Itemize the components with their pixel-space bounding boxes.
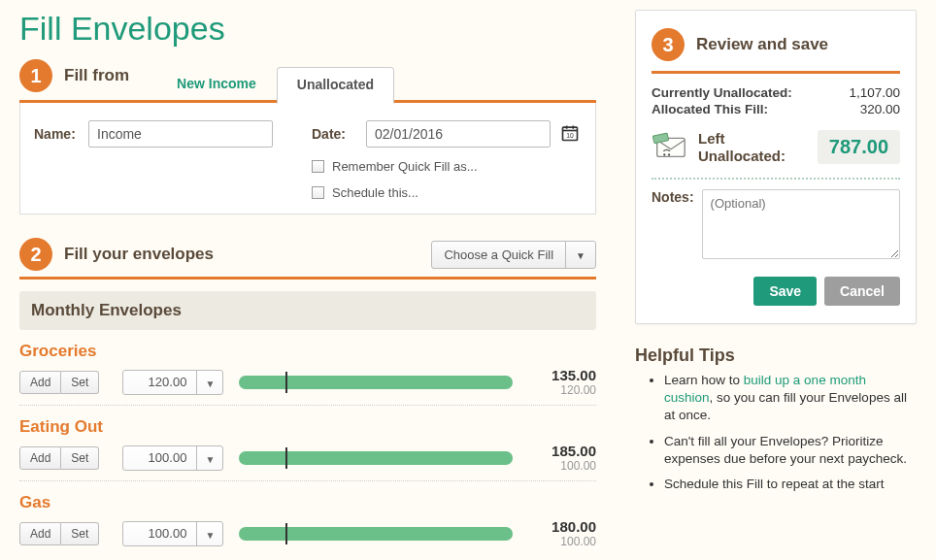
chevron-down-icon: ▼	[205, 379, 215, 389]
envelope-name: Eating Out	[19, 417, 596, 437]
allocated-this-fill-label: Allocated This Fill:	[652, 102, 768, 116]
step3-title: Review and save	[696, 35, 828, 54]
set-button[interactable]: Set	[61, 371, 99, 394]
calendar-icon[interactable]: 10	[560, 123, 580, 146]
svg-point-5	[668, 153, 670, 155]
step2-number-badge: 2	[19, 238, 52, 271]
envelope-amount-input[interactable]: 100.00	[123, 446, 196, 470]
currently-unallocated-label: Currently Unallocated:	[652, 85, 792, 100]
step2-title: Fill your envelopes	[64, 245, 214, 264]
set-button[interactable]: Set	[61, 522, 99, 545]
notes-input[interactable]	[702, 189, 900, 259]
currently-unallocated-value: 1,107.00	[849, 85, 900, 100]
remember-checkbox[interactable]	[312, 160, 324, 173]
envelope-target: 100.00	[528, 459, 596, 473]
quick-fill-label[interactable]: Choose a Quick Fill	[432, 242, 566, 268]
schedule-checkbox[interactable]	[312, 186, 324, 199]
envelope-amount-dropdown[interactable]: ▼	[196, 371, 222, 394]
tip-item: Schedule this Fill to repeat at the star…	[664, 476, 917, 493]
page-title: Fill Envelopes	[19, 10, 596, 48]
choose-quick-fill-button[interactable]: Choose a Quick Fill ▼	[431, 241, 596, 269]
step1-number-badge: 1	[19, 59, 52, 92]
quick-fill-dropdown[interactable]: ▼	[566, 242, 595, 268]
svg-point-4	[663, 153, 665, 155]
left-unallocated-label-2: Unallocated:	[698, 148, 786, 164]
save-button[interactable]: Save	[753, 277, 817, 306]
tip-item: Learn how to build up a one month cushio…	[664, 372, 917, 425]
envelope-amount-input[interactable]: 120.00	[123, 371, 196, 394]
add-button[interactable]: Add	[19, 371, 61, 394]
envelope-progress-bar	[239, 451, 513, 465]
add-button[interactable]: Add	[19, 446, 61, 470]
chevron-down-icon: ▼	[205, 530, 215, 541]
cancel-button[interactable]: Cancel	[824, 277, 900, 306]
date-label: Date:	[312, 126, 356, 142]
envelope-progress-bar	[239, 376, 513, 389]
chevron-down-icon: ▼	[205, 454, 215, 465]
envelope-name: Groceries	[19, 342, 596, 361]
envelope-balance: 185.00	[528, 443, 596, 459]
chevron-down-icon: ▼	[576, 250, 585, 261]
left-unallocated-value: 787.00	[818, 130, 900, 164]
envelope-icon	[652, 130, 688, 164]
envelope-target: 120.00	[528, 383, 596, 397]
tip-link[interactable]: build up a one month cushion	[664, 373, 866, 405]
helpful-tips-title: Helpful Tips	[635, 346, 917, 366]
notes-label: Notes:	[652, 189, 694, 259]
tip-item: Can't fill all your Envelopes? Prioritiz…	[664, 433, 917, 468]
envelope-target: 100.00	[528, 535, 596, 548]
envelope-balance: 180.00	[528, 518, 596, 535]
monthly-envelopes-header: Monthly Envelopes	[19, 291, 596, 330]
step3-number-badge: 3	[652, 28, 685, 61]
schedule-label[interactable]: Schedule this...	[332, 185, 418, 200]
envelope-amount-dropdown[interactable]: ▼	[196, 446, 222, 470]
envelope-name: Gas	[19, 493, 596, 512]
allocated-this-fill-value: 320.00	[860, 102, 900, 116]
envelope-amount-dropdown[interactable]: ▼	[196, 522, 222, 545]
add-button[interactable]: Add	[19, 522, 61, 545]
name-label: Name:	[34, 126, 79, 142]
envelope-progress-bar	[239, 527, 513, 541]
svg-text:10: 10	[566, 132, 574, 139]
step1-title: Fill from	[64, 66, 129, 85]
name-input[interactable]	[88, 120, 273, 148]
set-button[interactable]: Set	[61, 446, 99, 470]
envelope-balance: 135.00	[528, 367, 596, 383]
remember-label[interactable]: Remember Quick Fill as...	[332, 159, 478, 174]
envelope-amount-input[interactable]: 100.00	[123, 522, 196, 545]
date-input[interactable]	[366, 120, 551, 148]
left-unallocated-label-1: Left	[698, 130, 786, 147]
tab-new-income[interactable]: New Income	[156, 66, 277, 100]
tab-unallocated[interactable]: Unallocated	[277, 67, 394, 104]
